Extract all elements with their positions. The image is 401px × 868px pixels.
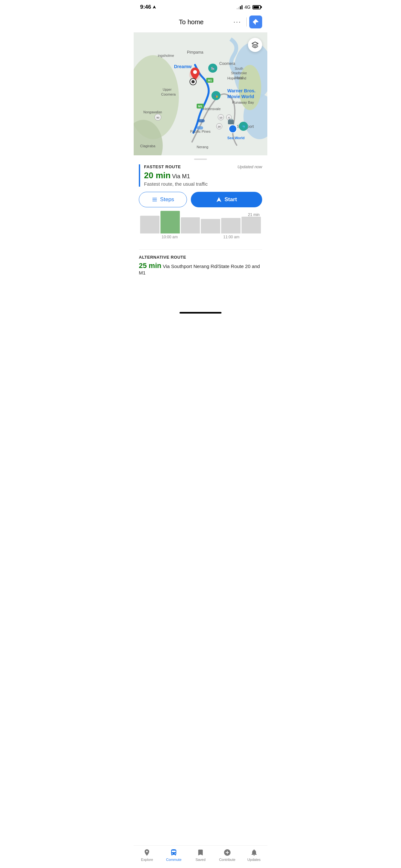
status-icons: 4G	[237, 4, 261, 10]
route-via: Via M1	[172, 173, 190, 180]
svg-rect-6	[197, 126, 203, 129]
steps-label: Steps	[160, 196, 174, 203]
signal-bars	[237, 5, 243, 9]
navigation-icon	[216, 197, 222, 203]
battery-icon	[252, 5, 261, 9]
svg-text:Warner Bros.: Warner Bros.	[227, 88, 255, 93]
svg-text:Movie World: Movie World	[227, 94, 254, 99]
svg-text:Island: Island	[235, 76, 243, 80]
status-time: 9:46	[140, 4, 151, 10]
chart-bar-1	[140, 216, 159, 234]
svg-text:Coomera: Coomera	[219, 61, 235, 66]
svg-text:Nerang: Nerang	[197, 145, 208, 149]
fastest-route-section: FASTEST ROUTE Updated now 20 min Via M1 …	[139, 164, 262, 187]
svg-text:Pacific Pines: Pacific Pines	[190, 129, 211, 133]
svg-text:🎠: 🎠	[211, 66, 215, 71]
route-description: Fastest route, the usual traffic	[144, 181, 262, 187]
svg-text:Dreamw: Dreamw	[174, 64, 192, 69]
steps-button[interactable]: Steps	[139, 192, 187, 207]
map-container[interactable]: M1 M1 10 4 20 90 ingsholme Pimpama Coome…	[134, 33, 267, 155]
start-label: Start	[224, 196, 237, 203]
route-time-via: 20 min Via M1	[144, 170, 262, 181]
chart-bars	[139, 213, 262, 234]
nav-divider	[246, 18, 247, 27]
chart-x-label-2: 11:00 am	[223, 235, 239, 239]
svg-text:Sea World: Sea World	[227, 136, 245, 140]
svg-text:M1: M1	[198, 104, 203, 108]
svg-text:ingsholme: ingsholme	[158, 54, 174, 58]
more-options-button[interactable]: ···	[231, 17, 244, 27]
chart-bar-6	[242, 217, 261, 234]
updated-text: Updated now	[237, 164, 262, 169]
svg-text:Stradbroke: Stradbroke	[231, 71, 247, 75]
alt-route-time-via: 25 min Via Southport Nerang Rd/State Rou…	[139, 261, 262, 276]
chart-bar-5	[221, 218, 241, 234]
chart-bar-3	[181, 217, 200, 234]
drag-handle[interactable]	[194, 159, 207, 160]
svg-point-43	[191, 80, 195, 83]
top-navigation: To home ···	[134, 13, 267, 33]
network-label: 4G	[244, 4, 251, 10]
home-indicator	[180, 312, 221, 314]
route-time: 20 min	[144, 170, 171, 180]
status-bar: 9:46 4G	[134, 0, 267, 13]
alt-route-time: 25 min	[139, 261, 161, 270]
map-svg: M1 M1 10 4 20 90 ingsholme Pimpama Coome…	[134, 33, 267, 155]
chart-bar-2	[160, 211, 180, 234]
svg-text:4: 4	[228, 116, 230, 119]
svg-point-50	[229, 125, 237, 133]
action-buttons: Steps Start	[139, 192, 262, 207]
alt-route-label: ALTERNATIVE ROUTE	[139, 255, 262, 259]
chart-bar-4	[201, 219, 220, 234]
layers-icon	[251, 41, 258, 49]
svg-rect-7	[198, 119, 205, 122]
svg-text:🐬: 🐬	[242, 125, 246, 129]
svg-point-41	[193, 70, 197, 74]
svg-text:South: South	[235, 67, 243, 70]
svg-text:M1: M1	[208, 79, 212, 82]
fastest-route-label: FASTEST ROUTE	[144, 164, 181, 169]
svg-text:10: 10	[220, 116, 222, 119]
traffic-chart: 21 min 10:00 am 11:00 am	[139, 213, 262, 242]
layers-button[interactable]	[248, 38, 262, 52]
svg-text:Coomera: Coomera	[161, 92, 176, 96]
nav-title: To home	[139, 19, 231, 26]
svg-text:Clagiraba: Clagiraba	[140, 144, 156, 148]
start-button[interactable]: Start	[191, 192, 262, 207]
location-arrow-icon	[152, 5, 156, 9]
chart-x-label-1: 10:00 am	[161, 235, 178, 239]
route-header: FASTEST ROUTE Updated now	[144, 164, 262, 169]
chart-x-labels: 10:00 am 11:00 am	[139, 234, 262, 239]
svg-text:Runaway Bay: Runaway Bay	[232, 100, 254, 104]
route-panel: FASTEST ROUTE Updated now 20 min Via M1 …	[134, 164, 267, 311]
svg-text:Pimpama: Pimpama	[187, 50, 204, 55]
direction-button[interactable]	[249, 16, 262, 28]
svg-text:Nongawallan: Nongawallan	[143, 111, 162, 114]
svg-text:🎭: 🎭	[214, 94, 218, 98]
direction-icon	[252, 19, 259, 26]
svg-text:Upper: Upper	[163, 88, 172, 91]
svg-text:20: 20	[218, 125, 221, 128]
chart-top-label: 21 min	[248, 213, 259, 217]
svg-text:90: 90	[157, 116, 159, 119]
steps-icon	[152, 197, 158, 203]
svg-text:Helensvale: Helensvale	[203, 107, 220, 111]
alternative-route-section: ALTERNATIVE ROUTE 25 min Via Southport N…	[139, 249, 262, 276]
